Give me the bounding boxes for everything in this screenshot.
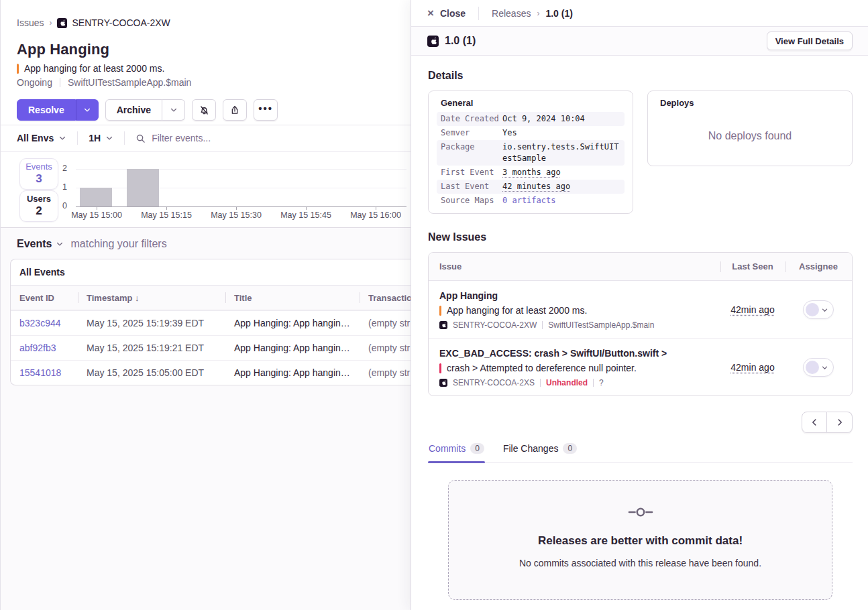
event-table-row: 15541018 May 15, 2025 15:05:00 EDT App H… [11, 360, 411, 385]
kv-row-last-event: Last Event 42 minutes ago [437, 180, 625, 194]
y-tick-label: 1 [54, 182, 67, 192]
archive-button[interactable]: Archive [105, 99, 162, 121]
tab-commits[interactable]: Commits 0 [428, 439, 485, 462]
x-tick-label: May 15 15:30 [206, 210, 266, 220]
commits-count-badge: 0 [470, 443, 484, 454]
issue-row-message: crash > Attempted to dereference null po… [447, 362, 637, 375]
kv-row-semver: Semver Yes [437, 126, 625, 140]
mute-button[interactable] [192, 99, 216, 121]
events-stat-card[interactable]: Events 3 [19, 158, 58, 190]
apple-platform-icon [427, 36, 439, 47]
artifacts-link[interactable]: 0 artifacts [502, 195, 555, 206]
file-changes-count-badge: 0 [563, 443, 577, 454]
time-period-filter[interactable]: 1H [89, 133, 113, 143]
assignee-dropdown[interactable] [803, 358, 834, 377]
event-graph-section: Events 3 Users 2 012May 15 15:00May 15 1… [1, 151, 411, 228]
x-tick-label: May 15 16:00 [345, 210, 406, 220]
assignee-dropdown[interactable] [803, 300, 834, 319]
share-button[interactable] [223, 99, 247, 121]
divider [593, 379, 594, 387]
chevron-right-icon [835, 418, 845, 427]
events-stat-label: Events [20, 162, 58, 172]
x-tick-label: May 15 15:15 [136, 210, 197, 220]
issue-project-slug: SENTRY-COCOA-2XW [453, 320, 537, 330]
divider [77, 131, 78, 145]
column-header-transaction[interactable]: Transaction [360, 293, 411, 303]
empty-state-title: Releases are better with commit data! [462, 534, 818, 548]
issue-message: App hanging for at least 2000 ms. [24, 63, 164, 74]
kv-row-first-event: First Event 3 months ago [437, 166, 625, 180]
kv-row-source-maps: Source Maps 0 artifacts [437, 194, 625, 208]
issue-title: App Hanging [17, 41, 394, 58]
archive-dropdown-button[interactable] [162, 99, 185, 121]
avatar-placeholder-icon [806, 303, 819, 316]
commits-empty-state: Releases are better with commit data! No… [448, 480, 832, 600]
share-upload-icon [229, 105, 240, 115]
column-header-timestamp[interactable]: Timestamp ↓ [78, 293, 225, 303]
issue-link-title: EXC_BAD_ACCESS: crash > SwiftUI/Button.s… [439, 347, 714, 360]
release-name: 1.0 (1) [445, 35, 767, 47]
general-info-card: General Date Created Oct 9, 2024 10:04 S… [428, 90, 633, 214]
divider [540, 379, 541, 387]
event-timestamp: May 15, 2025 15:19:39 EDT [78, 318, 225, 328]
chevron-down-icon[interactable] [56, 240, 64, 248]
divider [124, 131, 125, 145]
chevron-left-icon [810, 418, 819, 427]
deploys-empty-message: No deploys found [656, 112, 844, 160]
event-id-link[interactable]: b323c944 [11, 318, 78, 328]
divider [60, 78, 60, 87]
tab-file-changes[interactable]: File Changes 0 [502, 439, 578, 462]
event-filter-bar: All Envs 1H [1, 125, 411, 151]
x-tick-label: May 15 15:45 [276, 210, 336, 220]
unknown-tag: ? [599, 378, 604, 387]
breadcrumb-issues-link[interactable]: Issues [17, 17, 44, 28]
previous-page-button[interactable] [802, 412, 827, 433]
level-indicator-error [439, 363, 441, 373]
issue-row-message: App hanging for at least 2000 ms. [447, 304, 587, 317]
resolve-button[interactable]: Resolve [17, 99, 76, 121]
bell-slash-icon [199, 105, 210, 116]
event-id-link[interactable]: 15541018 [11, 367, 78, 378]
issue-substatus: Ongoing [17, 77, 52, 88]
apple-platform-icon [439, 379, 447, 387]
new-issues-table: Issue Last Seen Assignee App Hanging App… [428, 252, 853, 396]
kv-row-date-created: Date Created Oct 9, 2024 10:04 [437, 112, 625, 126]
users-stat-label: Users [20, 194, 58, 204]
breadcrumb-releases-link[interactable]: Releases [492, 8, 531, 19]
drawer-close-button[interactable]: × Close [427, 7, 466, 19]
new-issue-row[interactable]: EXC_BAD_ACCESS: crash > SwiftUI/Button.s… [429, 339, 852, 395]
more-actions-button[interactable]: ••• [254, 99, 278, 121]
column-header-event-id[interactable]: Event ID [11, 293, 78, 303]
resolve-dropdown-button[interactable] [76, 99, 99, 121]
filter-events-input[interactable] [152, 133, 394, 143]
apple-platform-icon [57, 18, 67, 28]
column-header-assignee: Assignee [785, 261, 852, 271]
issue-last-seen: 42min ago [720, 304, 785, 315]
next-page-button[interactable] [827, 412, 853, 433]
all-events-table: All Events Event ID Timestamp ↓ Title Tr… [10, 259, 411, 385]
deploys-card-title: Deploys [656, 98, 844, 108]
view-full-details-button[interactable]: View Full Details [767, 32, 853, 50]
events-heading-suffix: matching your filters [70, 238, 166, 250]
issue-last-seen: 42min ago [720, 362, 785, 373]
issue-details-panel: Issues › SENTRY-COCOA-2XW App Hanging Ap… [1, 0, 411, 610]
events-heading[interactable]: Events [17, 238, 52, 250]
general-card-title: General [437, 98, 625, 108]
issue-header: Issues › SENTRY-COCOA-2XW App Hanging Ap… [1, 0, 411, 121]
event-title: App Hanging: App hangin… [225, 343, 360, 353]
event-table-row: b323c944 May 15, 2025 15:19:39 EDT App H… [11, 310, 411, 335]
event-id-link[interactable]: abf92fb3 [11, 343, 78, 353]
issue-project-slug: SENTRY-COCOA-2XS [453, 378, 535, 387]
event-table-row: abf92fb3 May 15, 2025 15:19:21 EDT App H… [11, 335, 411, 360]
column-header-last-seen: Last Seen [720, 261, 785, 271]
new-issue-row[interactable]: App Hanging App hanging for at least 200… [429, 281, 852, 339]
environment-filter[interactable]: All Envs [17, 133, 66, 143]
event-transaction: (empty str… [360, 318, 411, 328]
drawer-header: × Close Releases › 1.0 (1) [411, 0, 868, 27]
chevron-down-icon [105, 134, 113, 142]
column-header-title[interactable]: Title [225, 293, 360, 303]
issue-culprit: SwiftUITestSampleApp.$main [548, 320, 654, 330]
users-stat-card[interactable]: Users 2 [19, 190, 58, 222]
empty-state-subtitle: No commits associated with this release … [462, 558, 818, 568]
chart-bar [80, 188, 112, 206]
